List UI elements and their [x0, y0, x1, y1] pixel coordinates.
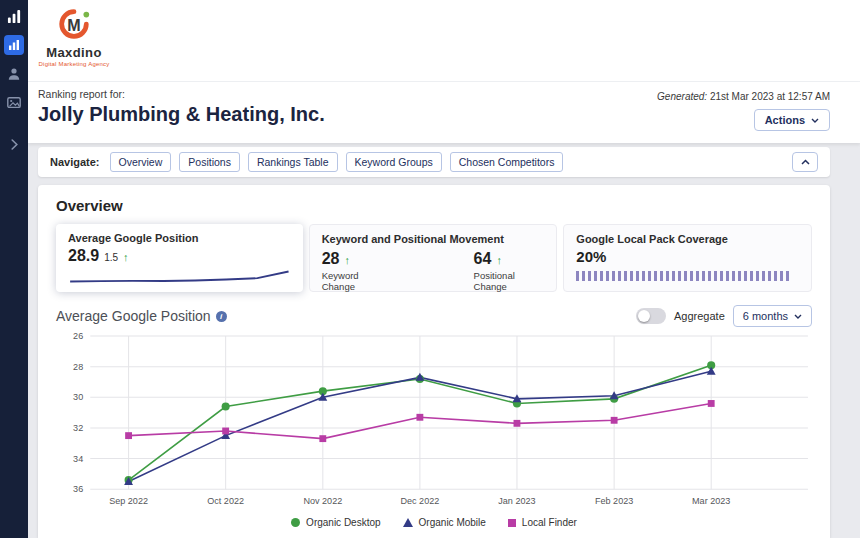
svg-text:Nov 2022: Nov 2022: [303, 496, 342, 506]
local-pack-dash: [606, 271, 609, 281]
local-pack-dash: [690, 271, 693, 281]
app-logo-icon[interactable]: [4, 6, 24, 26]
up-arrow-icon: ↑: [123, 251, 129, 263]
local-pack-dash: [576, 271, 579, 281]
chevron-down-icon: [794, 314, 802, 319]
media-nav-icon[interactable]: [4, 93, 24, 113]
aggregate-label: Aggregate: [674, 310, 725, 322]
local-pack-dash: [738, 271, 741, 281]
legend-item[interactable]: Local Finder: [508, 517, 577, 528]
generated-timestamp: Generated: 21st Mar 2023 at 12:57 AM: [657, 91, 830, 102]
stat-card-movement[interactable]: Keyword and Positional Movement 28 ↑ Key…: [309, 224, 558, 292]
local-pack-dash: [654, 271, 657, 281]
chevron-up-icon: [801, 159, 810, 165]
stat-card-local-pack[interactable]: Google Local Pack Coverage 20%: [563, 224, 812, 292]
local-pack-dash: [600, 271, 603, 281]
nav-item-keyword-groups[interactable]: Keyword Groups: [346, 152, 442, 172]
legend-item[interactable]: Organic Desktop: [291, 517, 380, 528]
nav-item-chosen-competitors[interactable]: Chosen Competitors: [450, 152, 564, 172]
local-pack-dash: [726, 271, 729, 281]
svg-text:26: 26: [73, 332, 83, 341]
local-pack-dash: [612, 271, 615, 281]
nav-item-rankings-table[interactable]: Rankings Table: [248, 152, 338, 172]
info-icon[interactable]: i: [216, 311, 227, 322]
nav-item-overview[interactable]: Overview: [110, 152, 172, 172]
expand-sidebar-icon[interactable]: [11, 136, 18, 154]
local-pack-dash: [774, 271, 777, 281]
chart-title: Average Google Position: [56, 308, 211, 324]
positional-change-label: Positional Change: [474, 270, 545, 292]
date-range-value: 6 months: [743, 310, 788, 322]
local-pack-dash: [672, 271, 675, 281]
stat-title: Keyword and Positional Movement: [322, 233, 545, 245]
stat-card-average-position[interactable]: Average Google Position 28.9 1.5 ↑: [56, 224, 303, 292]
overview-section: Overview Average Google Position 28.9 1.…: [38, 185, 830, 538]
actions-button[interactable]: Actions: [754, 109, 830, 131]
navigate-bar: Navigate: Overview Positions Rankings Ta…: [38, 147, 830, 177]
local-pack-value: 20%: [576, 248, 799, 265]
actions-button-label: Actions: [765, 114, 805, 126]
local-pack-dash: [684, 271, 687, 281]
date-range-select[interactable]: 6 months: [733, 305, 812, 327]
app-window: M Maxdino Digital Marketing Agency Ranki…: [0, 0, 860, 538]
position-chart-svg: 262830323436Sep 2022Oct 2022Nov 2022Dec …: [56, 332, 812, 515]
local-pack-dash: [702, 271, 705, 281]
report-body: Navigate: Overview Positions Rankings Ta…: [28, 143, 860, 538]
rankings-glyph: [8, 39, 20, 51]
local-pack-dash: [708, 271, 711, 281]
report-for-label: Ranking report for:: [38, 88, 325, 100]
chart-controls: Aggregate 6 months: [636, 305, 812, 327]
svg-text:M: M: [67, 16, 80, 34]
generated-label: Generated:: [657, 91, 707, 102]
nav-item-positions[interactable]: Positions: [179, 152, 240, 172]
up-arrow-icon: ↑: [344, 254, 350, 266]
svg-text:Mar 2023: Mar 2023: [692, 496, 730, 506]
agency-brand-name: Maxdino: [38, 45, 110, 60]
image-glyph: [7, 96, 21, 110]
generated-value: 21st Mar 2023 at 12:57 AM: [710, 91, 830, 102]
legend-marker-triangle-icon: [403, 518, 413, 527]
svg-text:Jan 2023: Jan 2023: [498, 496, 535, 506]
svg-text:Oct 2022: Oct 2022: [207, 496, 244, 506]
local-pack-dash: [648, 271, 651, 281]
main-content: M Maxdino Digital Marketing Agency Ranki…: [28, 0, 860, 538]
aggregate-toggle[interactable]: [636, 308, 666, 324]
local-pack-dash: [594, 271, 597, 281]
up-arrow-icon: ↑: [496, 254, 502, 266]
local-pack-dash: [624, 271, 627, 281]
stat-title: Google Local Pack Coverage: [576, 233, 799, 245]
client-name: Jolly Plumbing & Heating, Inc.: [38, 103, 325, 126]
chart-header: Average Google Position i Aggregate 6 mo…: [56, 305, 812, 327]
avg-position-value: 28.9: [68, 247, 99, 265]
position-sparkline: [68, 269, 291, 284]
collapse-navigate-button[interactable]: [792, 152, 818, 172]
position-chart: 262830323436Sep 2022Oct 2022Nov 2022Dec …: [56, 332, 812, 515]
agency-brand-tagline: Digital Marketing Agency: [38, 61, 110, 67]
local-pack-dash: [678, 271, 681, 281]
person-glyph: [7, 67, 21, 81]
local-pack-dash: [780, 271, 783, 281]
agency-logo: M Maxdino Digital Marketing Agency: [38, 7, 110, 67]
report-header-left: Ranking report for: Jolly Plumbing & Hea…: [38, 88, 325, 131]
svg-text:28: 28: [73, 362, 83, 372]
rankings-nav-icon[interactable]: [4, 35, 24, 55]
legend-item[interactable]: Organic Mobile: [403, 517, 486, 528]
avg-position-change: 1.5: [104, 252, 118, 263]
local-pack-dash: [642, 271, 645, 281]
local-pack-dash: [720, 271, 723, 281]
report-header: Ranking report for: Jolly Plumbing & Hea…: [28, 82, 860, 143]
local-pack-dash: [618, 271, 621, 281]
positional-change-block: 64 ↑ Positional Change: [474, 250, 545, 292]
positional-change-value: 64: [474, 250, 492, 268]
local-pack-dash: [714, 271, 717, 281]
local-pack-dash: [660, 271, 663, 281]
keyword-change-value: 28: [322, 250, 340, 268]
legend-label: Local Finder: [522, 517, 577, 528]
stat-cards-row: Average Google Position 28.9 1.5 ↑ Keywo…: [56, 224, 812, 292]
app-sidebar: [0, 0, 28, 538]
local-pack-dash: [756, 271, 759, 281]
chart-legend: Organic DesktopOrganic MobileLocal Finde…: [56, 517, 812, 528]
local-pack-dash: [636, 271, 639, 281]
stat-title: Average Google Position: [68, 232, 291, 244]
clients-nav-icon[interactable]: [4, 64, 24, 84]
